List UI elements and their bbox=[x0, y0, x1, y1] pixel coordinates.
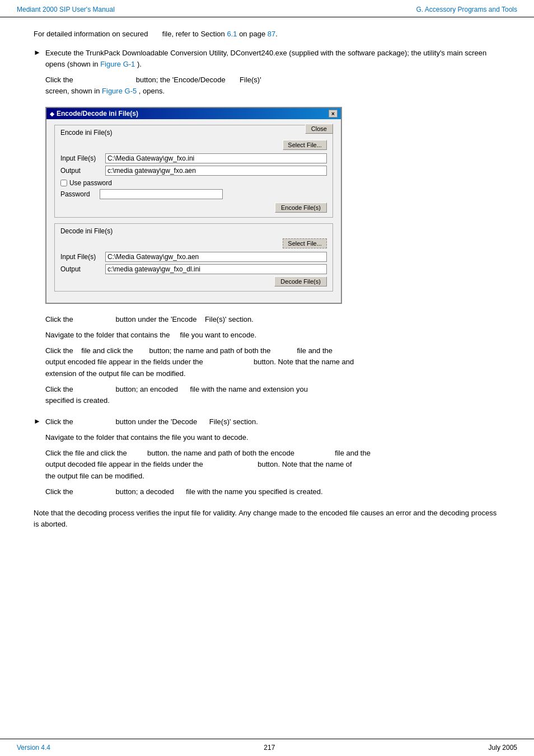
b2p1-mid: button under the 'Decode bbox=[116, 417, 198, 426]
b2p4-start: Click the bbox=[45, 487, 73, 496]
decode-file-button[interactable]: Decode File(s) bbox=[274, 276, 327, 287]
dialog-title-icon: ◆ bbox=[50, 111, 54, 117]
b2p3-end: file and the bbox=[335, 449, 371, 457]
decode-output-input[interactable] bbox=[105, 264, 327, 274]
bullet-1-para2: Click the button; the 'Encode/Decode Fil… bbox=[45, 74, 500, 97]
b2p1-end: File(s)' section. bbox=[209, 417, 258, 426]
encode-input-file-input[interactable] bbox=[105, 153, 327, 163]
figure-g5-link[interactable]: Figure G-5 bbox=[102, 87, 137, 95]
bullet-2: ► Click the button under the 'Decode Fil… bbox=[34, 416, 500, 502]
bullet-1-para1: Execute the TrunkPack Downloadable Conve… bbox=[45, 48, 500, 70]
decode-output-label: Output bbox=[60, 265, 105, 273]
b1p2-end: File(s)' bbox=[240, 76, 261, 84]
intro-period: . bbox=[275, 30, 278, 38]
arrow-symbol: ► bbox=[34, 48, 41, 411]
es1-start: Click the bbox=[45, 315, 73, 323]
b1p2-screen: screen, shown in bbox=[45, 87, 100, 95]
b2p3-l2e: button. Note that the name of bbox=[257, 460, 352, 468]
encode-output-row: Output bbox=[60, 166, 327, 176]
es3-l2p2: button. Note that the name and bbox=[254, 358, 354, 366]
encode-step-2: Navigate to the folder that contains the… bbox=[45, 330, 500, 341]
page-header: Mediant 2000 SIP User's Manual G. Access… bbox=[0, 0, 534, 17]
b1p2-start: Click the bbox=[45, 76, 73, 84]
es3-p2: file and click the bbox=[81, 346, 133, 355]
figure-g1-link[interactable]: Figure G-1 bbox=[100, 60, 135, 68]
bullet-2-content: Click the button under the 'Decode File(… bbox=[45, 416, 500, 502]
es2-line1: Navigate to the folder that contains the bbox=[45, 331, 170, 339]
password-row: Password bbox=[60, 189, 327, 199]
es3-p3: button; the name and path of both the bbox=[149, 346, 271, 355]
use-password-checkbox[interactable] bbox=[60, 180, 67, 186]
intro-text1: For detailed information on secured bbox=[34, 30, 148, 38]
password-label: Password bbox=[60, 190, 100, 198]
es4-end: file with the name and extension you bbox=[190, 385, 308, 393]
es4-l2: specified is created. bbox=[45, 396, 110, 405]
section-link[interactable]: 6.1 bbox=[227, 30, 237, 38]
decode-output-row: Output bbox=[60, 264, 327, 274]
es3-l3: extension of the output file can be modi… bbox=[45, 369, 186, 378]
intro-text2: file, refer to Section bbox=[162, 30, 225, 38]
es1-mid: button under the 'Encode bbox=[116, 315, 197, 323]
dialog-wrapper: ◆ Encode/Decode ini File(s) × Close En bbox=[45, 107, 500, 304]
dialog-close-icon[interactable]: × bbox=[329, 110, 338, 118]
decode-group-title: Decode ini File(s) bbox=[60, 227, 327, 235]
es3-start: Click the bbox=[45, 346, 73, 355]
es4-start: Click the bbox=[45, 385, 73, 393]
b2-para3: Click the file and click the button. the… bbox=[45, 448, 500, 481]
header-right: G. Accessory Programs and Tools bbox=[416, 6, 517, 13]
footer-date: July 2005 bbox=[489, 744, 517, 752]
page-content: For detailed information on secured file… bbox=[0, 17, 534, 546]
encode-file-button[interactable]: Encode File(s) bbox=[275, 203, 327, 213]
dialog-titlebar: ◆ Encode/Decode ini File(s) × bbox=[46, 108, 341, 119]
es2-line1mid: file you want to encode. bbox=[180, 331, 257, 339]
b2p3-mid: button. the name and path of both the en… bbox=[147, 449, 294, 457]
page-footer: Version 4.4 217 July 2005 bbox=[0, 739, 534, 756]
dialog-body: Close Encode ini File(s) Select File... bbox=[46, 119, 341, 303]
intro-text3: on page bbox=[239, 30, 265, 38]
decode-group: Decode ini File(s) Select File... Input … bbox=[54, 223, 333, 292]
header-left: Mediant 2000 SIP User's Manual bbox=[17, 6, 115, 13]
es3-p4: file and the bbox=[297, 346, 332, 355]
dialog-box: ◆ Encode/Decode ini File(s) × Close En bbox=[45, 107, 342, 304]
b2-para2: Navigate to the folder that contains the… bbox=[45, 432, 500, 443]
decode-select-file-row: Select File... bbox=[60, 238, 327, 248]
b2-para4: Click the button; a decoded file with th… bbox=[45, 486, 500, 497]
decode-input-file-label: Input File(s) bbox=[60, 253, 105, 261]
encode-group: Encode ini File(s) Select File... Input … bbox=[54, 125, 333, 218]
decode-input-file-row: Input File(s) bbox=[60, 252, 327, 262]
footer-page-number: 217 bbox=[264, 744, 275, 752]
encode-step-4: Click the button; an encoded file with t… bbox=[45, 384, 500, 406]
encode-group-title: Encode ini File(s) bbox=[60, 129, 327, 137]
es1-end: File(s)' section. bbox=[205, 315, 254, 323]
b2p1-start: Click the bbox=[45, 417, 73, 426]
use-password-label: Use password bbox=[69, 179, 112, 187]
decode-input-file-input[interactable] bbox=[105, 252, 327, 262]
bullet-1-content: Execute the TrunkPack Downloadable Conve… bbox=[45, 48, 500, 411]
decode-btn-row: Decode File(s) bbox=[60, 276, 327, 287]
encode-step-3: Click the file and click the button; the… bbox=[45, 345, 500, 379]
decode-select-file-button[interactable]: Select File... bbox=[283, 238, 327, 248]
encode-input-file-label: Input File(s) bbox=[60, 154, 105, 162]
page-link[interactable]: 87 bbox=[268, 30, 275, 38]
b1p1-end: ). bbox=[137, 60, 142, 68]
b2-para1: Click the button under the 'Decode File(… bbox=[45, 416, 500, 428]
encode-output-input[interactable] bbox=[105, 166, 327, 176]
intro-paragraph: For detailed information on secured file… bbox=[34, 29, 500, 40]
b1p2-mid: button; the 'Encode/Decode bbox=[136, 76, 226, 84]
password-input[interactable] bbox=[100, 189, 223, 199]
use-password-row: Use password bbox=[60, 179, 327, 187]
encode-step-1: Click the button under the 'Encode File(… bbox=[45, 314, 500, 325]
encode-input-file-row: Input File(s) bbox=[60, 153, 327, 163]
note-paragraph: Note that the decoding process verifies … bbox=[34, 508, 500, 530]
b2p4-end: file with the name you specified is crea… bbox=[186, 487, 322, 496]
es4-mid: button; an encoded bbox=[116, 385, 178, 393]
arrow-symbol-2: ► bbox=[34, 417, 41, 502]
b2p3-start: Click the file and click the bbox=[45, 449, 127, 457]
encode-select-file-button[interactable]: Select File... bbox=[283, 140, 327, 150]
dialog-title-left: ◆ Encode/Decode ini File(s) bbox=[50, 110, 138, 118]
close-button[interactable]: Close bbox=[305, 124, 333, 134]
b2p4-mid: button; a decoded bbox=[116, 487, 174, 496]
b2p3-l3: the output file can be modified. bbox=[45, 472, 144, 480]
es3-l2start: output encoded file appear in the fields… bbox=[45, 358, 203, 366]
b1p2-screen-end: , opens. bbox=[139, 87, 165, 95]
